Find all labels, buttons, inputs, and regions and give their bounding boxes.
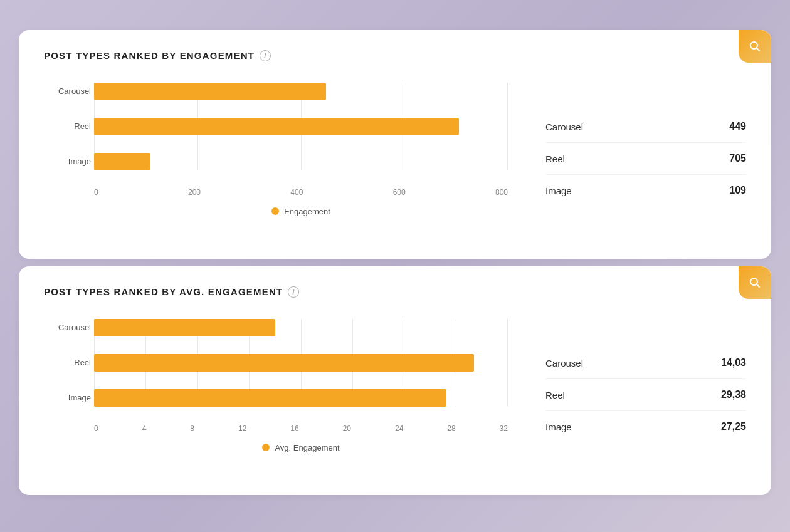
legend-label-text: Reel <box>545 390 565 400</box>
card1-bars-wrapper: CarouselReelImage <box>94 83 508 170</box>
legend-label-text: Image <box>545 185 572 196</box>
card1-legend-dot <box>271 207 279 215</box>
legend-value-text: 109 <box>729 185 746 196</box>
legend-row-carousel: Carousel14,03 <box>545 347 746 379</box>
x-axis-label: 28 <box>447 424 455 433</box>
card2-title-text: POST TYPES RANKED BY AVG. ENGAGEMENT <box>44 286 283 297</box>
bar-track-carousel <box>94 319 508 336</box>
legend-label-text: Image <box>545 422 572 432</box>
search-icon-corner-1[interactable] <box>739 30 771 63</box>
card2-content: CarouselReelImage 048121620242832 Avg. E… <box>44 313 746 477</box>
x-axis-label: 600 <box>393 188 406 197</box>
card2-legend-dot <box>262 444 270 451</box>
x-axis-label: 0 <box>94 188 98 197</box>
bar-fill-reel <box>94 354 474 372</box>
x-axis-label: 4 <box>142 424 147 433</box>
x-axis-label: 16 <box>290 424 298 433</box>
x-axis-label: 32 <box>500 424 508 433</box>
legend-row-reel: Reel705 <box>545 143 746 175</box>
card2-bar-chart: CarouselReelImage 048121620242832 Avg. E… <box>44 313 508 477</box>
card1-legend-area: Carousel449Reel705Image109 <box>533 76 746 241</box>
bar-row-carousel: Carousel <box>94 83 508 100</box>
bar-fill-carousel <box>94 83 326 100</box>
legend-value-text: 449 <box>729 121 746 132</box>
legend-row-carousel: Carousel449 <box>545 111 746 143</box>
bar-row-carousel: Carousel <box>94 319 508 336</box>
x-axis-label: 12 <box>238 424 246 433</box>
svg-line-1 <box>757 48 760 51</box>
bar-track-reel <box>94 118 508 135</box>
bar-track-carousel <box>94 83 508 100</box>
bar-label-reel: Reel <box>47 358 91 367</box>
x-axis-label: 200 <box>188 188 201 197</box>
bar-track-image <box>94 389 508 407</box>
legend-value-text: 27,25 <box>721 421 746 432</box>
bar-row-reel: Reel <box>94 118 508 135</box>
card1-legend-label: Engagement <box>284 207 330 216</box>
x-axis-label: 24 <box>395 424 403 433</box>
legend-row-image: Image27,25 <box>545 411 746 442</box>
card1-content: CarouselReelImage 0200400600800 Engageme… <box>44 76 746 241</box>
bar-fill-carousel <box>94 319 275 336</box>
legend-value-text: 29,38 <box>721 389 746 400</box>
legend-row-image: Image109 <box>545 175 746 206</box>
card2-title: POST TYPES RANKED BY AVG. ENGAGEMENT i <box>44 286 746 298</box>
card2-legend-label: Avg. Engagement <box>275 443 339 452</box>
legend-value-text: 705 <box>729 153 746 164</box>
x-axis-label: 400 <box>290 188 303 197</box>
bar-label-carousel: Carousel <box>47 86 91 96</box>
bar-label-image: Image <box>47 393 91 402</box>
legend-label-text: Reel <box>545 154 565 164</box>
card2-chart-area: CarouselReelImage 048121620242832 Avg. E… <box>44 313 508 477</box>
bar-label-carousel: Carousel <box>47 323 91 332</box>
card1-chart-area: CarouselReelImage 0200400600800 Engageme… <box>44 76 508 241</box>
bar-fill-image <box>94 389 446 407</box>
card-engagement: POST TYPES RANKED BY ENGAGEMENT i Carous… <box>19 30 771 259</box>
x-axis-label: 0 <box>94 424 98 433</box>
card2-chart-legend: Avg. Engagement <box>94 443 508 452</box>
legend-label-text: Carousel <box>545 122 583 132</box>
search-icon-corner-2[interactable] <box>739 266 771 299</box>
x-axis-label: 8 <box>190 424 194 433</box>
bar-fill-reel <box>94 118 459 135</box>
x-axis-label: 20 <box>343 424 351 433</box>
card-avg-engagement: POST TYPES RANKED BY AVG. ENGAGEMENT i C… <box>19 266 771 495</box>
main-container: POST TYPES RANKED BY ENGAGEMENT i Carous… <box>19 30 771 503</box>
bar-label-image: Image <box>47 157 91 166</box>
bar-label-reel: Reel <box>47 122 91 131</box>
x-axis-label: 800 <box>495 188 508 197</box>
card1-bar-chart: CarouselReelImage 0200400600800 Engageme… <box>44 76 508 241</box>
card1-chart-legend: Engagement <box>94 207 508 216</box>
svg-line-3 <box>757 284 760 287</box>
bar-row-image: Image <box>94 153 508 170</box>
bar-track-image <box>94 153 508 170</box>
card2-info-icon[interactable]: i <box>288 286 299 298</box>
card2-x-axis: 048121620242832 <box>94 424 508 433</box>
card2-legend-area: Carousel14,03Reel29,38Image27,25 <box>533 313 746 477</box>
legend-value-text: 14,03 <box>721 357 746 368</box>
bar-row-image: Image <box>94 389 508 407</box>
card1-info-icon[interactable]: i <box>260 50 271 61</box>
card2-bars-wrapper: CarouselReelImage <box>94 319 508 407</box>
bar-row-reel: Reel <box>94 354 508 372</box>
legend-row-reel: Reel29,38 <box>545 379 746 411</box>
legend-label-text: Carousel <box>545 358 583 368</box>
card1-title: POST TYPES RANKED BY ENGAGEMENT i <box>44 50 746 61</box>
card1-x-axis: 0200400600800 <box>94 188 508 197</box>
bar-track-reel <box>94 354 508 372</box>
bar-fill-image <box>94 153 150 170</box>
card1-title-text: POST TYPES RANKED BY ENGAGEMENT <box>44 50 255 61</box>
